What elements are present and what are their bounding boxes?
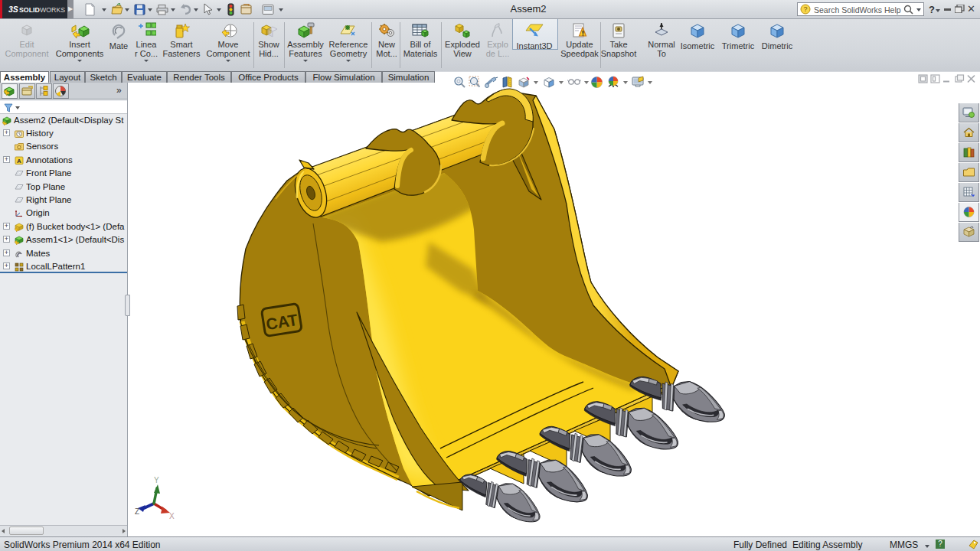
svg-text:?: ? <box>804 5 808 13</box>
svg-text:SOLIDWORKS: SOLIDWORKS <box>19 6 65 14</box>
svg-text:X: X <box>169 512 175 520</box>
svg-text:3S: 3S <box>8 5 18 14</box>
svg-text:Y: Y <box>154 476 159 484</box>
svg-text:A: A <box>17 157 21 164</box>
svg-text:Z: Z <box>135 507 139 516</box>
